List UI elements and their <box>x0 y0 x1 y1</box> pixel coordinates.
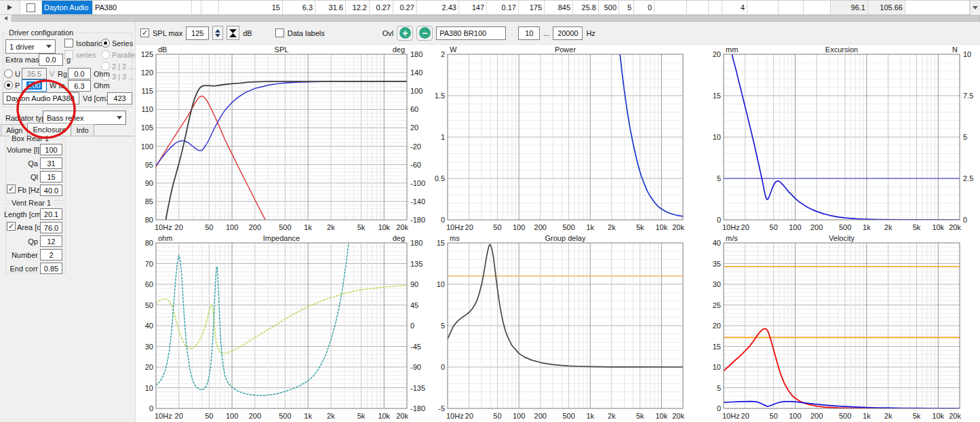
grid-cell[interactable]: 31.6 <box>315 1 346 14</box>
power-radio[interactable] <box>4 81 13 90</box>
grid-cell[interactable]: 5 <box>619 1 634 14</box>
chevron-down-icon <box>46 45 52 48</box>
selected-text: 200 <box>26 81 41 90</box>
scrollbar-thumb[interactable] <box>12 15 980 22</box>
grid-cell[interactable]: 25.8 <box>573 1 599 14</box>
svg-text:0: 0 <box>410 322 414 330</box>
grid-cell[interactable] <box>709 1 722 14</box>
row-checkbox-cell[interactable] <box>20 1 42 14</box>
grid-cell[interactable] <box>905 1 970 14</box>
spinner-down-icon <box>215 34 220 37</box>
vent-area-checkbox[interactable] <box>7 222 16 231</box>
grid-cell[interactable]: 0.27 <box>370 1 393 14</box>
end-corr-input[interactable]: 0.85 <box>40 263 62 274</box>
svg-text:0: 0 <box>717 216 721 224</box>
vent-area-input[interactable]: 76.0 <box>40 222 62 233</box>
scroll-left-button[interactable] <box>0 15 12 22</box>
chevron-down-icon <box>117 116 122 119</box>
svg-text:5k: 5k <box>636 412 644 420</box>
end-corr-label: End corr <box>7 265 38 273</box>
grid-cell[interactable]: 147 <box>459 1 487 14</box>
svg-text:20: 20 <box>713 322 721 330</box>
svg-text:-45: -45 <box>410 343 421 351</box>
grid-cell[interactable] <box>779 1 804 14</box>
spl-max-spinner[interactable] <box>212 26 223 40</box>
impedance-input[interactable]: 6.3 <box>68 80 91 92</box>
svg-text:0: 0 <box>149 404 153 413</box>
grid-cell[interactable] <box>687 1 709 14</box>
voltage-input[interactable]: 35.5 <box>22 68 47 79</box>
table-horizontal-scrollbar[interactable] <box>0 15 980 22</box>
group-delay-plot: -5051015Group delayms10Hz20501002005001k… <box>427 233 703 422</box>
svg-text:ohm: ohm <box>158 234 172 242</box>
isobaric-checkbox[interactable] <box>64 39 73 47</box>
svg-text:20k: 20k <box>396 223 408 231</box>
spl-max-input[interactable]: 125 <box>186 26 209 40</box>
grid-cell[interactable]: 0.17 <box>487 1 519 14</box>
svg-text:105: 105 <box>141 123 153 132</box>
svg-text:20k: 20k <box>949 223 961 231</box>
svg-text:-180: -180 <box>410 216 425 224</box>
db-unit-label: dB <box>243 29 252 37</box>
svg-text:60: 60 <box>410 105 418 113</box>
grid-cell[interactable] <box>654 1 687 14</box>
grid-cell[interactable]: 4 <box>722 1 747 14</box>
table-vertical-scrollbar[interactable] <box>970 1 980 15</box>
fb-input[interactable]: 40.0 <box>40 185 62 196</box>
driver-count-select[interactable]: 1 driver <box>5 39 56 54</box>
freq-min-input[interactable]: 10 <box>518 26 540 40</box>
grid-cell[interactable]: 845 <box>545 1 573 14</box>
auto-scale-button[interactable] <box>227 26 239 40</box>
grid-cell[interactable] <box>192 1 201 14</box>
grid-cell[interactable]: PA380 <box>93 1 192 14</box>
tab-info[interactable]: Info <box>71 124 94 136</box>
qp-input[interactable]: 12 <box>40 235 62 247</box>
row-checkbox[interactable] <box>26 3 35 12</box>
ql-input[interactable]: 15 <box>40 171 62 183</box>
rg-input[interactable]: 0.0 <box>68 68 91 79</box>
grid-cell[interactable]: 2.43 <box>417 1 459 14</box>
fb-checkbox[interactable] <box>7 185 16 193</box>
grid-cell[interactable]: 15 <box>219 1 283 14</box>
grid-cell[interactable]: 500 <box>599 1 619 14</box>
driver-name-input[interactable]: Dayton Audio PA380 <box>3 92 79 104</box>
vd-input[interactable]: 423 <box>107 92 132 104</box>
svg-text:0: 0 <box>441 363 445 371</box>
grid-cell[interactable]: 0.27 <box>393 1 417 14</box>
grid-cell[interactable]: 96.1 <box>831 1 868 14</box>
grid-cell[interactable] <box>201 1 219 14</box>
svg-text:Power: Power <box>555 45 576 54</box>
tab-enclosure[interactable]: Enclosure <box>27 123 71 136</box>
remove-overlay-button[interactable]: − <box>416 26 433 41</box>
add-overlay-button[interactable]: + <box>397 26 413 41</box>
qa-input[interactable]: 31 <box>40 157 62 169</box>
grid-cell[interactable]: Dayton Audio <box>42 1 93 14</box>
row-marker[interactable] <box>0 1 20 14</box>
grid-cell[interactable]: 12.2 <box>346 1 370 14</box>
grid-cell[interactable]: 6.3 <box>283 1 315 14</box>
svg-text:45: 45 <box>410 301 418 309</box>
driver-configuration-title: Driver configuration <box>7 28 75 37</box>
volume-input[interactable]: 100 <box>40 144 62 155</box>
svg-text:5: 5 <box>441 322 445 330</box>
vent-length-input[interactable]: 20.1 <box>40 208 62 220</box>
extra-mass-input[interactable]: 0.0 <box>39 54 63 66</box>
vent-number-input[interactable]: 2 <box>40 249 62 261</box>
svg-text:135: 135 <box>410 260 423 268</box>
parallel-radio[interactable] <box>101 50 110 59</box>
overlay-name-input[interactable]: PA380 BR100 <box>436 26 506 40</box>
freq-max-input[interactable]: 20000 <box>553 26 583 40</box>
grid-cell[interactable]: 0 <box>634 1 654 14</box>
data-labels-checkbox[interactable] <box>275 28 284 37</box>
vent-number-label: Number <box>7 251 38 259</box>
series-radio[interactable] <box>101 39 110 47</box>
power-label: P <box>15 81 20 90</box>
power-input[interactable]: 200 <box>22 79 47 92</box>
enclosure-panel: Driver configuration 1 driver Isobaric S… <box>0 22 136 422</box>
grid-cell[interactable]: 175 <box>519 1 545 14</box>
grid-cell[interactable] <box>804 1 831 14</box>
grid-cell[interactable]: 105.66 <box>868 1 905 14</box>
spl-max-checkbox[interactable] <box>140 28 149 37</box>
voltage-radio[interactable] <box>4 69 13 78</box>
grid-cell[interactable] <box>747 1 779 14</box>
